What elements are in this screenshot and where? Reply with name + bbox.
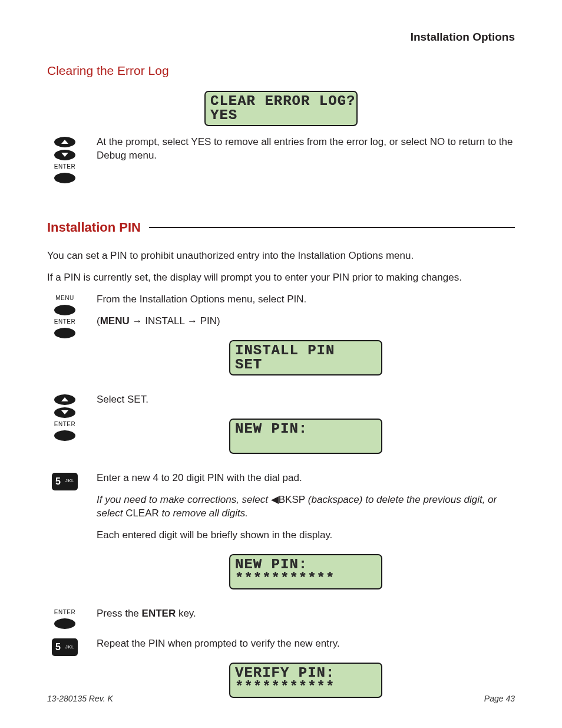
clear-label: CLEAR (125, 508, 159, 519)
pin-step3-note: If you need to make corrections, select … (97, 493, 515, 521)
enter-bold: ENTER (142, 608, 176, 619)
arrow-icon: → (184, 315, 200, 327)
pin-step2-text: Select SET. (97, 393, 515, 407)
keypad-5-icon: 5 JKL (52, 638, 78, 656)
lcd-new-pin-empty: NEW PIN: (229, 419, 382, 454)
lcd-line: NEW PIN: (235, 422, 376, 436)
enter-button-icon (54, 430, 75, 441)
heading-installation-pin: Installation PIN (47, 219, 141, 236)
up-button-icon (54, 137, 75, 147)
clear-log-instruction: At the prompt, select YES to remove all … (97, 136, 515, 163)
pin-intro-2: If a PIN is currently set, the display w… (47, 271, 515, 285)
down-button-icon (54, 150, 75, 160)
footer-page: Page 43 (484, 693, 515, 704)
enter-button-icon (54, 173, 75, 183)
lcd-install-pin: INSTALL PIN SET (229, 340, 382, 375)
pin-step5-text: Repeat the PIN when prompted to verify t… (97, 637, 515, 651)
menu-label: MENU (55, 294, 74, 302)
pin-step4-text: Press the ENTER key. (97, 607, 515, 621)
t: Press the (97, 608, 142, 619)
header-section-title: Installation Options (47, 29, 515, 45)
bksp-label: ◀BKSP (271, 494, 305, 505)
heading-clearing-error-log: Clearing the Error Log (47, 62, 515, 79)
keypad-letters: JKL (65, 644, 74, 651)
up-button-icon (54, 394, 75, 405)
keypad-number: 5 (55, 641, 61, 654)
lcd-line: SET (235, 358, 376, 372)
down-button-icon (54, 407, 75, 418)
lcd-line: *********** (235, 572, 376, 586)
enter-button-icon (54, 618, 75, 629)
lcd-new-pin-masked: NEW PIN: *********** (229, 554, 382, 589)
pin-step1-line1: From the Installation Options menu, sele… (97, 293, 515, 307)
enter-button-icon (54, 328, 75, 338)
keypad-letters: JKL (65, 478, 74, 485)
lcd-line: CLEAR ERROR LOG? (210, 94, 352, 108)
menu-button-icon (54, 305, 75, 315)
keypad-number: 5 (55, 475, 61, 488)
pin-step3-text: Enter a new 4 to 20 digit PIN with the d… (97, 472, 515, 485)
lcd-line: VERIFY PIN: (235, 666, 376, 680)
pin-intro-1: You can set a PIN to prohibit unauthoriz… (47, 249, 515, 263)
menu-path-install: INSTALL (145, 315, 184, 327)
lcd-line: NEW PIN: (235, 558, 376, 572)
lcd-line: INSTALL PIN (235, 344, 376, 358)
menu-path-pin: PIN) (200, 315, 220, 327)
lcd-line (235, 436, 376, 450)
enter-label: ENTER (54, 318, 75, 326)
heading-rule (149, 227, 515, 228)
note-a: If you need to make corrections, select (97, 494, 271, 505)
lcd-verify-pin: VERIFY PIN: *********** (229, 663, 382, 698)
keypad-5-icon: 5 JKL (52, 473, 78, 490)
pin-step3-tail: Each entered digit will be briefly shown… (97, 529, 515, 542)
t: key. (176, 608, 196, 619)
enter-label: ENTER (54, 608, 75, 617)
arrow-icon: → (130, 315, 145, 327)
footer-docid: 13-280135 Rev. K (47, 693, 113, 704)
note-c: to remove all digits. (159, 508, 248, 519)
enter-label: ENTER (54, 420, 75, 429)
lcd-line: *********** (235, 680, 376, 694)
pin-step1-line2: (MENU → INSTALL → PIN) (97, 315, 515, 328)
lcd-clear-error-log: CLEAR ERROR LOG? YES (204, 91, 358, 126)
menu-path-menu: MENU (100, 315, 130, 327)
enter-label: ENTER (54, 163, 75, 171)
lcd-line: YES (210, 108, 352, 123)
